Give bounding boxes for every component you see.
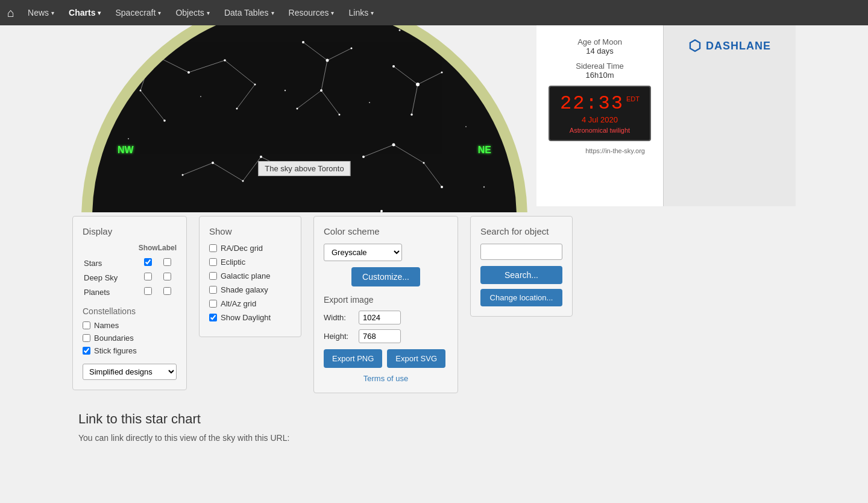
svg-point-40 (302, 41, 304, 43)
deep-sky-label-checkbox[interactable] (163, 273, 171, 280)
export-height-input[interactable] (359, 329, 401, 343)
direction-nw: NW (118, 145, 134, 156)
svg-point-80 (369, 102, 370, 103)
nav-item-links[interactable]: Links ▾ (342, 4, 380, 21)
color-scheme-select[interactable]: Greyscale Color Red night vision (324, 244, 402, 261)
show-ra-dec-label: RA/Dec grid (221, 244, 263, 253)
names-checkbox[interactable] (83, 321, 90, 329)
nav-item-charts[interactable]: Charts ▾ (63, 4, 107, 21)
svg-point-43 (320, 89, 322, 92)
home-icon[interactable]: ⌂ (7, 6, 14, 20)
stick-figures-checkbox[interactable] (83, 347, 90, 355)
svg-point-35 (224, 59, 226, 62)
clock-twilight: Astronomical twilight (558, 127, 641, 134)
export-buttons: Export PNG Export SVG (324, 349, 448, 368)
svg-line-0 (153, 54, 189, 72)
age-of-moon-value: 14 days (549, 46, 651, 55)
star-chart-container: NW NE N (81, 25, 527, 212)
nav-item-data-tables[interactable]: Data Tables ▾ (218, 4, 280, 21)
direction-ne: NE (478, 145, 491, 156)
terms-of-use-link[interactable]: Terms of use (324, 374, 448, 383)
svg-point-36 (254, 84, 256, 86)
export-height-label: Height: (324, 332, 354, 341)
svg-point-51 (212, 162, 214, 164)
data-tables-caret-icon: ▾ (271, 10, 274, 16)
svg-line-18 (363, 145, 394, 157)
show-ecliptic-row: Ecliptic (209, 258, 291, 267)
resources-caret-icon: ▾ (331, 10, 334, 16)
news-caret-icon: ▾ (51, 10, 54, 16)
stick-figures-label: Stick figures (94, 346, 137, 355)
show-ra-dec-checkbox[interactable] (209, 244, 217, 252)
age-of-moon-label: Age of Moon (549, 37, 651, 46)
show-alt-az-checkbox[interactable] (209, 300, 217, 308)
show-alt-az-label: Alt/Az grid (221, 299, 256, 308)
display-row-planets: Planets (83, 285, 177, 299)
search-button[interactable]: Search... (480, 266, 562, 284)
planets-label-checkbox[interactable] (163, 287, 171, 295)
svg-line-7 (327, 48, 351, 60)
svg-line-11 (394, 66, 418, 84)
deep-sky-label: Deep Sky (83, 270, 139, 285)
show-galactic-checkbox[interactable] (209, 272, 217, 280)
clock-time: 22:33 (560, 93, 624, 114)
svg-point-81 (465, 126, 467, 127)
nav-item-objects[interactable]: Objects ▾ (169, 4, 215, 21)
svg-line-6 (303, 42, 327, 60)
deep-sky-show-checkbox[interactable] (144, 273, 152, 280)
show-daylight-row: Show Daylight (209, 313, 291, 322)
search-input[interactable] (480, 244, 562, 260)
show-shade-galaxy-label: Shade galaxy (221, 285, 268, 294)
display-panel-title: Display (83, 226, 177, 236)
svg-point-48 (441, 72, 443, 74)
stick-figures-row: Stick figures (83, 346, 177, 355)
show-panel: Show RA/Dec grid Ecliptic Galactic plane… (199, 216, 301, 337)
customize-button[interactable]: Customize... (351, 267, 420, 286)
svg-line-2 (225, 60, 255, 84)
show-ecliptic-checkbox[interactable] (209, 258, 217, 266)
export-png-button[interactable]: Export PNG (324, 349, 382, 368)
show-alt-az-row: Alt/Az grid (209, 299, 291, 308)
planets-show-checkbox[interactable] (144, 287, 152, 295)
stars-label-checkbox[interactable] (163, 258, 171, 266)
nav-item-spacecraft[interactable]: Spacecraft ▾ (109, 4, 167, 21)
designs-select[interactable]: Simplified designs Detailed designs (83, 364, 177, 380)
search-panel: Search for object Search... Change locat… (470, 216, 573, 317)
svg-line-20 (424, 163, 442, 187)
ad-panel: ⬡ DASHLANE (663, 25, 796, 206)
svg-line-5 (140, 90, 165, 121)
svg-line-19 (394, 145, 424, 163)
svg-point-46 (392, 65, 395, 68)
show-shade-galaxy-checkbox[interactable] (209, 286, 217, 294)
display-col-show: Show (139, 244, 158, 256)
boundaries-checkbox[interactable] (83, 334, 90, 342)
svg-point-44 (339, 114, 341, 116)
terms-link-anchor[interactable]: Terms of use (363, 374, 408, 383)
change-location-button[interactable]: Change location... (480, 289, 562, 306)
svg-line-1 (189, 60, 225, 72)
svg-point-39 (163, 119, 166, 122)
page-body: NW NE N The sky above Toronto Age of Moo… (0, 25, 868, 467)
show-galactic-label: Galactic plane (221, 271, 270, 280)
sidereal-time-value: 16h10m (549, 71, 651, 80)
show-ra-dec-row: RA/Dec grid (209, 244, 291, 253)
export-svg-button[interactable]: Export SVG (387, 349, 445, 368)
stars-show-checkbox[interactable] (144, 258, 152, 266)
svg-point-79 (285, 90, 286, 91)
show-galactic-row: Galactic plane (209, 271, 291, 280)
link-title: Link to this star chart (78, 411, 790, 427)
clock-date: 4 Jul 2020 (558, 115, 641, 124)
objects-caret-icon: ▾ (207, 10, 210, 16)
svg-point-34 (187, 71, 190, 74)
export-width-input[interactable] (359, 311, 401, 324)
chart-section: NW NE N The sky above Toronto Age of Moo… (72, 25, 796, 206)
color-panel-title: Color scheme (324, 226, 448, 236)
nav-item-news[interactable]: News ▾ (22, 4, 60, 21)
boundaries-label: Boundaries (94, 334, 134, 343)
nav-item-resources[interactable]: Resources ▾ (283, 4, 341, 21)
show-daylight-label: Show Daylight (221, 313, 271, 322)
clock-display: 22:33 EDT 4 Jul 2020 Astronomical twilig… (549, 86, 651, 141)
sidereal-time-label: Sidereal Time (549, 62, 651, 71)
show-daylight-checkbox[interactable] (209, 314, 217, 321)
display-col-label: Label (158, 244, 177, 256)
